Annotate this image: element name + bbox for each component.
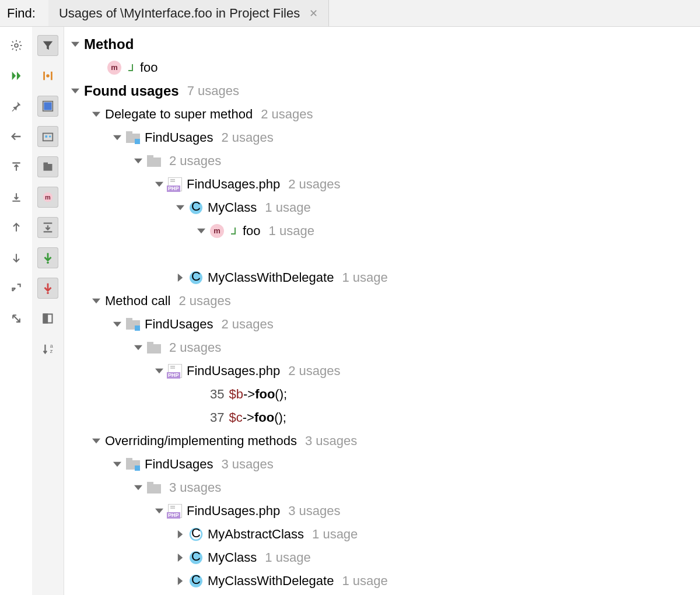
chevron-down-icon bbox=[133, 342, 144, 353]
tree-node-found-usages[interactable]: Found usages 7 usages bbox=[64, 79, 700, 103]
next-occurrence-button[interactable] bbox=[6, 247, 27, 268]
usage-count: 2 usages bbox=[221, 313, 273, 336]
chevron-down-icon bbox=[154, 366, 164, 376]
usage-count: 3 usages bbox=[288, 499, 340, 523]
usage-count: 3 usages bbox=[221, 453, 273, 476]
class-label: MyClassWithDelegate bbox=[208, 266, 334, 289]
show-import-statements-button[interactable] bbox=[37, 217, 58, 238]
tree-node-module[interactable]: FindUsages 2 usages bbox=[64, 126, 700, 149]
rerun-button[interactable] bbox=[6, 65, 27, 86]
tree-node-usage[interactable]: 35 $b->foo(); bbox=[64, 383, 700, 406]
module-label: FindUsages bbox=[145, 453, 213, 476]
category-label: Overriding/implementing methods bbox=[105, 429, 297, 453]
tree-node-file[interactable]: PHP FindUsages.php 2 usages bbox=[64, 359, 700, 383]
svg-rect-14 bbox=[44, 314, 48, 323]
pin-button[interactable] bbox=[6, 96, 27, 117]
tree-node-category-method-call[interactable]: Method call 2 usages bbox=[64, 289, 700, 313]
usage-count: 1 usage bbox=[269, 219, 314, 243]
prev-occurrence-button[interactable] bbox=[6, 217, 27, 238]
chevron-down-icon bbox=[112, 459, 123, 470]
svg-text:C: C bbox=[191, 271, 201, 284]
tree-node-class[interactable]: C MyClassWithDelegate 1 usage bbox=[64, 266, 700, 289]
usages-tree[interactable]: Method m foo Found usages 7 usages Deleg… bbox=[64, 27, 700, 595]
svg-rect-27 bbox=[126, 318, 132, 321]
tree-node-usage-selected[interactable]: 21 parent::foo(); bbox=[64, 243, 700, 266]
class-label: MyClass bbox=[208, 546, 257, 569]
tree-node-category-delegate[interactable]: Delegate to super method 2 usages bbox=[64, 103, 700, 126]
group-by-file-structure-button[interactable]: m bbox=[37, 187, 58, 208]
code-fragment: foo bbox=[307, 243, 327, 266]
method-icon: m bbox=[210, 224, 224, 238]
chevron-down-icon bbox=[154, 506, 164, 516]
tree-node-usage[interactable]: 37 $c->foo(); bbox=[64, 406, 700, 429]
chevron-right-icon bbox=[175, 529, 186, 540]
tree-node-module[interactable]: FindUsages 2 usages bbox=[64, 313, 700, 336]
tree-node-folder[interactable]: 2 usages bbox=[64, 336, 700, 359]
usage-count: 3 usages bbox=[305, 429, 357, 453]
find-results-tab[interactable]: Usages of \MyInterface.foo in Project Fi… bbox=[48, 0, 329, 26]
class-icon: C bbox=[189, 551, 203, 565]
svg-text:z: z bbox=[50, 348, 53, 354]
close-tab-icon[interactable]: ✕ bbox=[309, 8, 318, 19]
usage-count: 3 usages bbox=[169, 476, 221, 499]
group-by-usage-type-button[interactable] bbox=[37, 96, 58, 117]
usage-count: 2 usages bbox=[288, 359, 340, 383]
find-panel-topbar: Find: Usages of \MyInterface.foo in Proj… bbox=[0, 0, 700, 27]
chevron-down-icon bbox=[70, 86, 80, 96]
show-read-access-button[interactable] bbox=[37, 247, 58, 268]
code-fragment: foo bbox=[255, 383, 275, 406]
tree-node-class[interactable]: C MyAbstractClass 1 usage bbox=[64, 523, 700, 546]
tree-node-file[interactable]: PHP FindUsages.php 3 usages bbox=[64, 499, 700, 523]
svg-rect-20 bbox=[147, 158, 161, 167]
visibility-icon bbox=[229, 224, 238, 238]
svg-rect-8 bbox=[44, 163, 48, 164]
collapse-all-button[interactable] bbox=[6, 187, 27, 208]
tool-gutter-left bbox=[0, 27, 32, 595]
tree-node-method-target[interactable]: m foo bbox=[64, 56, 700, 79]
tree-node-method-heading[interactable]: Method bbox=[64, 33, 700, 56]
code-fragment: $c bbox=[229, 406, 242, 429]
chevron-down-icon bbox=[133, 482, 144, 493]
usage-count: 1 usage bbox=[265, 546, 310, 569]
tree-node-folder[interactable]: 2 usages bbox=[64, 149, 700, 173]
file-label: FindUsages.php bbox=[187, 359, 280, 383]
preview-button[interactable] bbox=[37, 308, 58, 329]
tree-node-module[interactable]: FindUsages 3 usages bbox=[64, 453, 700, 476]
folder-icon bbox=[147, 154, 161, 168]
svg-point-6 bbox=[49, 135, 51, 138]
tree-node-class[interactable]: C MyClass 1 usage bbox=[64, 196, 700, 219]
tree-node-class[interactable]: C MyClass 1 usage bbox=[64, 546, 700, 569]
module-label: FindUsages bbox=[145, 126, 213, 149]
usage-count: 1 usage bbox=[265, 196, 310, 219]
method-name: foo bbox=[140, 56, 158, 79]
group-by-module-button[interactable] bbox=[37, 126, 58, 147]
php-file-icon: PHP bbox=[168, 177, 182, 191]
line-number: 35 bbox=[210, 383, 224, 406]
group-by-test-button[interactable] bbox=[37, 65, 58, 86]
chevron-right-icon bbox=[175, 576, 186, 586]
usage-count: 7 usages bbox=[187, 79, 239, 103]
svg-rect-28 bbox=[135, 326, 140, 331]
tree-node-class[interactable]: C MyClassWithDelegate 1 usage bbox=[64, 569, 700, 593]
class-icon: C bbox=[189, 574, 203, 588]
tree-node-file[interactable]: PHP FindUsages.php 2 usages bbox=[64, 173, 700, 196]
tree-node-folder[interactable]: 3 usages bbox=[64, 476, 700, 499]
chevron-down-icon bbox=[91, 109, 102, 120]
folder-icon bbox=[147, 481, 161, 495]
tree-node-category-overriding[interactable]: Overriding/implementing methods 3 usages bbox=[64, 429, 700, 453]
expand-all-button[interactable] bbox=[6, 156, 27, 177]
back-button[interactable] bbox=[6, 126, 27, 147]
usage-count: 2 usages bbox=[261, 103, 313, 126]
class-label: MyClass bbox=[208, 196, 257, 219]
show-write-access-button[interactable] bbox=[37, 278, 58, 299]
settings-button[interactable] bbox=[6, 35, 27, 56]
tree-node-method[interactable]: m foo 1 usage bbox=[64, 219, 700, 243]
tab-title: Usages of \MyInterface.foo in Project Fi… bbox=[59, 6, 300, 21]
sort-alphabetically-button[interactable]: az bbox=[37, 338, 58, 359]
usage-count: 2 usages bbox=[169, 336, 221, 359]
export-button[interactable] bbox=[6, 278, 27, 299]
group-by-package-button[interactable] bbox=[37, 156, 58, 177]
svg-point-1 bbox=[46, 74, 50, 78]
filter-button[interactable] bbox=[37, 35, 58, 56]
open-new-tab-button[interactable] bbox=[6, 308, 27, 329]
